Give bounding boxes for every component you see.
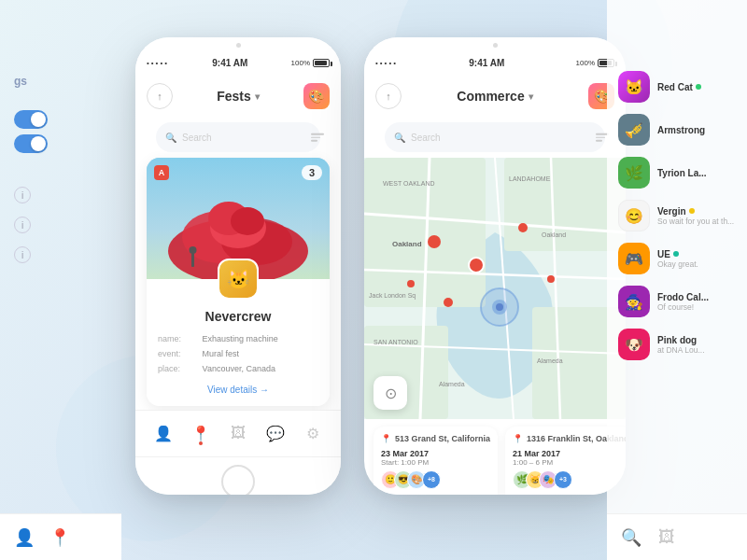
chat-info-5: UE Okay great. [657,249,736,269]
svg-text:Alameda: Alameda [439,381,465,387]
bottom-nav-left: 👤 📍 🖼 💬 ⚙ [135,410,341,456]
phone-top-left [135,37,341,48]
info-icon-3[interactable]: i [14,246,31,263]
info-icon-group: i i i [14,187,107,263]
chat-name-6: Frodo Cal... [657,292,736,302]
chat-item-3[interactable]: 🌿 Tyrion La... [607,151,747,194]
map-view[interactable]: WEST OAKLAND LANDAHOME Oakland Oakland J… [364,158,626,419]
toggle-2[interactable] [14,134,48,153]
chat-item-2[interactable]: 🎺 Armstrong [607,108,747,151]
view-details-link[interactable]: View details → [158,385,318,397]
location-button[interactable]: ⊙ [374,376,407,410]
chat-item-6[interactable]: 🧙 Frodo Cal... Of course! [607,280,747,323]
chevron-icon-left: ▾ [255,91,260,102]
toggle-1[interactable] [14,110,48,129]
filter-line-r2 [596,136,605,138]
card-info-name-row: name: Exhausting machine [158,331,318,346]
svg-point-5 [231,207,264,235]
time-right: 9:41 AM [469,58,504,68]
phone-top-right [364,37,626,48]
chat-avatar-6: 🧙 [618,286,650,317]
name-label: name: [158,331,203,346]
nav-gallery[interactable]: 🖼 [221,423,255,443]
attendee-more-2: +3 [554,470,572,489]
home-button-area [135,456,341,495]
svg-text:Alameda: Alameda [537,357,563,364]
nav-location-active[interactable]: 📍 [184,423,218,443]
nav-chat[interactable]: 💬 [259,423,292,443]
chat-item-4[interactable]: 😊 Vergin So wait for you at th... [607,194,747,237]
nav-person-partial[interactable]: 👤 [14,527,35,548]
header-title-right[interactable]: Commerce ▾ [457,89,532,104]
chat-info-6: Frodo Cal... Of course! [657,292,736,312]
location-crosshair-icon: ⊙ [385,385,397,402]
settings-label: gs [14,75,107,88]
name-value: Exhausting machine [203,331,318,346]
event-card-1[interactable]: 📍 513 Grand St, California 23 Mar 2017 S… [374,427,498,495]
chat-info-2: Armstrong [657,125,736,135]
svg-text:SAN ANTONIO: SAN ANTONIO [374,339,418,345]
home-button[interactable] [221,465,255,495]
app-header-left: ↑ Fests ▾ 🎨 [135,76,341,117]
header-avatar-left[interactable]: 🎨 [303,83,330,109]
chat-item-5[interactable]: 🎮 UE Okay great. [607,237,747,280]
chat-avatar-2: 🎺 [618,114,650,146]
search-container-right: 🔍 Search [374,122,616,152]
card-info-place-row: place: Vancouver, Canada [158,361,318,376]
svg-point-7 [190,246,197,254]
svg-point-31 [547,275,555,283]
chat-name-2: Armstrong [657,125,736,135]
chat-avatar-7: 🐶 [618,329,650,360]
card-avatar: 🐱 [218,259,259,300]
filter-line-2 [311,136,320,138]
svg-point-30 [407,280,415,287]
svg-point-34 [496,303,503,311]
upload-icon-right[interactable]: ↑ [375,83,402,109]
toggle-row-1 [14,110,107,129]
nav-gallery-partial[interactable]: 🖼 [656,527,677,548]
pin-icon-1: 📍 [381,434,391,443]
chat-info-1: Red Cat [657,82,736,92]
chat-msg-4: So wait for you at th... [657,217,736,226]
search-bar-left[interactable]: 🔍 Search [156,122,320,152]
chat-name-5: UE [657,249,736,259]
chat-info-3: Tyrion La... [657,168,736,178]
info-icon-2[interactable]: i [14,217,31,233]
event-address-1: 513 Grand St, California [395,434,490,445]
event-label: event: [158,346,203,361]
filter-icon-left[interactable] [311,133,324,142]
card-tag: A [154,165,169,180]
upload-icon-left[interactable]: ↑ [147,83,173,109]
chat-name-7: Pink dog [657,335,736,345]
chat-name-1: Red Cat [657,82,736,92]
chat-avatar-1: 🐱 [618,71,650,103]
status-bar-left: ••••• 9:41 AM 100% [135,49,341,76]
left-settings-panel: gs i i i [0,0,121,560]
chat-item-1[interactable]: 🐱 Red Cat [607,65,747,108]
search-placeholder-left: Search [182,133,212,143]
camera-dot [236,43,241,48]
chat-icon: 💬 [265,423,286,443]
nav-location-partial[interactable]: 📍 [49,527,70,548]
svg-text:LANDAHOME: LANDAHOME [509,175,551,182]
svg-text:Oakland: Oakland [392,240,422,248]
online-dot-1 [696,84,701,90]
event-date-1: 23 Mar 2017 Start: 1:00 PM [381,449,490,467]
place-value: Vancouver, Canada [203,361,318,376]
header-title-left[interactable]: Fests ▾ [217,89,260,104]
chat-name-3: Tyrion La... [657,168,736,178]
svg-point-28 [444,298,453,307]
svg-text:Jack London Sq: Jack London Sq [369,292,416,300]
map-background: WEST OAKLAND LANDAHOME Oakland Oakland J… [364,158,626,419]
toggle-group [14,110,107,159]
chat-item-7[interactable]: 🐶 Pink dog at DNA Lou... [607,323,747,366]
nav-settings-left[interactable]: ⚙ [296,423,330,443]
search-bar-right[interactable]: 🔍 Search [385,122,605,152]
nav-person[interactable]: 👤 [147,423,180,443]
chat-avatar-4: 😊 [618,200,650,231]
event-avatars-1: 🙂 😎 🎨 +8 [381,470,490,489]
nav-search-partial[interactable]: 🔍 [621,527,641,548]
app-header-right: ↑ Commerce ▾ 🎨 [364,76,626,117]
info-icon-1[interactable]: i [14,187,31,203]
chat-info-4: Vergin So wait for you at th... [657,206,736,226]
